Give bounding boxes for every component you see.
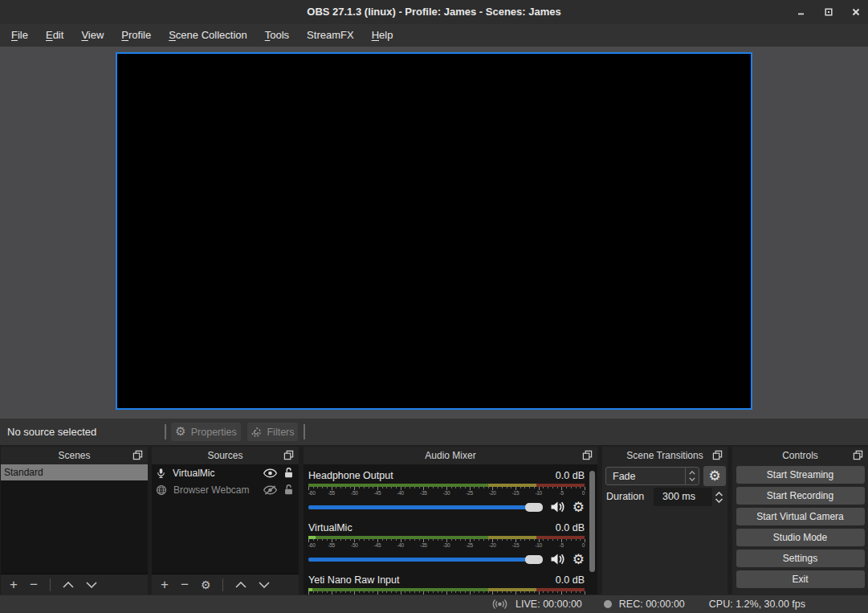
- popout-icon[interactable]: [132, 450, 143, 460]
- tick-mark: [419, 591, 420, 593]
- mixer-channel-headphone-output: Headphone Output0.0 dB-60-55-50-45-40-35…: [308, 466, 585, 518]
- menu-item-streamfx[interactable]: StreamFX: [298, 24, 363, 47]
- audio-mixer-panel: Audio Mixer Headphone Output0.0 dB-60-55…: [304, 447, 597, 595]
- scene-transitions-body: Fade ⚙ Duration 300 ms: [602, 464, 727, 595]
- duration-input[interactable]: 300 ms: [654, 488, 712, 506]
- lock-open-icon[interactable]: [283, 467, 294, 479]
- toolbar-separator: [165, 424, 166, 439]
- move-scene-down-icon[interactable]: [86, 582, 97, 588]
- scene-transitions-header[interactable]: Scene Transitions: [602, 447, 727, 464]
- transition-properties-button[interactable]: ⚙: [703, 466, 726, 486]
- move-source-down-icon[interactable]: [259, 582, 270, 588]
- tick-label: 0: [582, 542, 585, 548]
- add-source-icon[interactable]: +: [161, 578, 169, 591]
- remove-source-icon[interactable]: −: [181, 578, 189, 591]
- status-bar: LIVE: 00:00:00 REC: 00:00:00 CPU: 1.2%, …: [0, 595, 868, 613]
- audio-mixer-header[interactable]: Audio Mixer: [304, 447, 597, 464]
- move-scene-up-icon[interactable]: [63, 582, 74, 588]
- filters-button[interactable]: Filters: [247, 423, 298, 441]
- studio-mode-button[interactable]: Studio Mode: [736, 529, 865, 546]
- tick-mark: [433, 487, 434, 488]
- lock-open-icon[interactable]: [283, 484, 294, 496]
- popout-icon[interactable]: [582, 450, 593, 460]
- channel-settings-gear-icon[interactable]: ⚙: [573, 501, 585, 514]
- transition-select[interactable]: Fade: [605, 467, 699, 485]
- tick-mark: [460, 591, 461, 593]
- tick-mark: [460, 539, 461, 541]
- tick-mark: [566, 487, 567, 488]
- tick-label: -55: [328, 542, 335, 548]
- menu-item-profile[interactable]: Profile: [112, 24, 160, 47]
- eye-icon[interactable]: [263, 468, 277, 478]
- maximize-icon[interactable]: [824, 8, 833, 17]
- popout-icon[interactable]: [712, 450, 723, 460]
- menu-item-scene-collection[interactable]: Scene Collection: [160, 24, 256, 47]
- menu-item-help[interactable]: Help: [363, 24, 402, 47]
- controls-panel-header[interactable]: Controls: [732, 447, 868, 464]
- window-title: OBS 27.1.3 (linux) - Profile: James - Sc…: [0, 0, 868, 24]
- tick-label: -20: [489, 542, 496, 548]
- start-recording-button[interactable]: Start Recording: [736, 487, 865, 505]
- speaker-icon[interactable]: [550, 501, 565, 513]
- add-scene-icon[interactable]: +: [10, 578, 18, 591]
- eye-slash-icon[interactable]: [263, 485, 277, 495]
- tick-mark: [364, 591, 365, 593]
- tick-label: -45: [374, 490, 381, 496]
- popout-icon[interactable]: [853, 450, 863, 460]
- remove-scene-icon[interactable]: −: [30, 578, 38, 591]
- tick-mark: [359, 539, 360, 541]
- properties-label: Properties: [191, 427, 237, 438]
- tick-mark: [369, 591, 369, 593]
- popout-icon[interactable]: [283, 450, 294, 460]
- controls-panel: Controls Start StreamingStart RecordingS…: [732, 447, 868, 595]
- tick-label: -40: [397, 490, 404, 496]
- tick-label: -30: [443, 490, 450, 496]
- speaker-icon[interactable]: [550, 553, 565, 566]
- tick-mark: [350, 487, 351, 488]
- minimize-icon[interactable]: [797, 8, 805, 17]
- scenes-panel-title: Scenes: [58, 450, 90, 461]
- no-source-selected-label: No source selected: [7, 419, 96, 445]
- sources-panel-header[interactable]: Sources: [152, 447, 299, 464]
- volume-slider-handle[interactable]: [525, 555, 543, 564]
- scenes-panel-header[interactable]: Scenes: [1, 447, 148, 464]
- exit-button[interactable]: Exit: [736, 570, 865, 588]
- move-source-up-icon[interactable]: [235, 582, 247, 588]
- tick-mark: [585, 539, 585, 542]
- tick-label: -55: [328, 490, 335, 496]
- mixer-slider-row: ⚙: [308, 500, 585, 514]
- properties-button[interactable]: ⚙ Properties: [171, 423, 241, 441]
- close-icon[interactable]: [851, 8, 860, 17]
- source-properties-gear-icon[interactable]: ⚙: [201, 579, 211, 591]
- volume-meter: -60-55-50-45-40-35-30-25-20-15-10-50: [308, 536, 585, 549]
- scene-list-item[interactable]: Standard: [1, 464, 148, 480]
- menu-item-tools[interactable]: Tools: [256, 24, 298, 47]
- menu-item-view[interactable]: View: [72, 24, 112, 47]
- tick-mark: [534, 591, 535, 593]
- tick-mark: [317, 539, 318, 541]
- start-virtual-camera-button[interactable]: Start Virtual Camera: [736, 508, 865, 525]
- tick-mark: [585, 487, 585, 490]
- tick-mark: [460, 487, 461, 488]
- tick-mark: [548, 487, 548, 488]
- menu-item-edit[interactable]: Edit: [37, 24, 72, 47]
- menu-item-file[interactable]: File: [2, 24, 37, 47]
- source-list-item[interactable]: Browser Webcam: [152, 481, 299, 498]
- source-list-item[interactable]: VirtualMic: [152, 464, 299, 481]
- preview-canvas[interactable]: [116, 52, 752, 410]
- tick-mark: [396, 487, 397, 488]
- duration-spinner[interactable]: [712, 488, 726, 506]
- volume-slider-handle[interactable]: [525, 503, 543, 512]
- volume-slider[interactable]: [308, 558, 543, 562]
- tick-mark: [474, 591, 475, 593]
- volume-slider[interactable]: [308, 505, 543, 509]
- tick-mark: [557, 539, 558, 541]
- mixer-scrollbar[interactable]: [589, 471, 595, 572]
- start-streaming-button[interactable]: Start Streaming: [736, 466, 865, 484]
- settings-button[interactable]: Settings: [736, 550, 865, 567]
- tick-mark: [479, 487, 479, 488]
- toolbar-separator: [304, 424, 305, 439]
- tick-mark: [442, 487, 442, 488]
- channel-settings-gear-icon[interactable]: ⚙: [573, 553, 585, 566]
- tick-mark: [548, 591, 548, 593]
